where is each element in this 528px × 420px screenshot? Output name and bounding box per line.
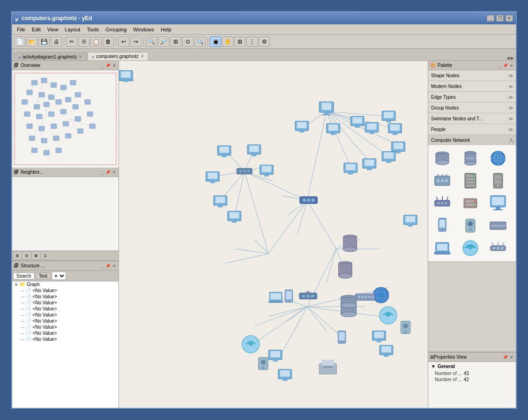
- undo-button[interactable]: ↩: [118, 37, 129, 47]
- palette-pin-button[interactable]: 📌: [502, 63, 508, 68]
- svg-rect-216: [408, 225, 413, 227]
- copy-button[interactable]: ⎘: [78, 37, 89, 47]
- structure-dropdown[interactable]: ▾: [52, 272, 66, 280]
- zoom-in-button[interactable]: 🔍: [146, 37, 157, 47]
- structure-minimize-button[interactable]: _: [101, 264, 104, 268]
- tab-close-2[interactable]: ✕: [141, 54, 144, 59]
- grid-button[interactable]: ⊞: [234, 37, 245, 47]
- tree-item-7[interactable]: ─ 📄 <No Value>: [12, 324, 119, 330]
- neighbor-pin-button[interactable]: 📌: [105, 170, 111, 175]
- palette-section-modern-nodes-header[interactable]: Modern Nodes ≫: [428, 81, 516, 91]
- palette-minimize-button[interactable]: _: [498, 63, 501, 68]
- menu-help[interactable]: Help: [158, 26, 174, 33]
- svg-point-278: [469, 228, 472, 231]
- palette-section-computer-network-header[interactable]: Computer Network ⋀: [428, 135, 516, 145]
- palette-item-tower-server[interactable]: [487, 170, 509, 191]
- overview-canvas: [12, 70, 119, 168]
- select-tool-button[interactable]: ▣: [210, 37, 221, 47]
- structure-close-button[interactable]: ✕: [112, 264, 117, 268]
- search-tab-text[interactable]: Text: [36, 273, 51, 280]
- overview-pin-button[interactable]: 📌: [105, 63, 111, 68]
- svg-point-230: [465, 156, 476, 160]
- neighbor-close-button[interactable]: ✕: [112, 170, 117, 175]
- svg-rect-269: [496, 207, 500, 209]
- palette-item-network-switch[interactable]: [431, 170, 454, 191]
- palette-item-rack-server[interactable]: [459, 170, 482, 191]
- save-button[interactable]: 💾: [38, 37, 50, 47]
- neighbor-ctrl-4[interactable]: ⊡: [41, 252, 50, 259]
- close-button[interactable]: ✕: [506, 15, 513, 22]
- palette-item-monitor-2[interactable]: [487, 193, 509, 214]
- neighbor-ctrl-3[interactable]: ⊠: [32, 252, 40, 259]
- palette-item-patch-panel[interactable]: [487, 215, 509, 236]
- menu-tools[interactable]: Tools: [84, 26, 102, 33]
- palette-item-phone[interactable]: [431, 215, 454, 236]
- palette-item-database-alt[interactable]: [459, 148, 482, 169]
- tree-item-1[interactable]: ─ 📄 <No Value>: [12, 287, 119, 294]
- palette-section-edge-types-header[interactable]: Edge Types ≫: [428, 92, 516, 102]
- search-toolbar-button[interactable]: 🔍: [194, 37, 206, 47]
- tree-doc-icon-7: 📄: [25, 324, 31, 330]
- overview-close-button[interactable]: ✕: [112, 63, 117, 68]
- palette-item-speaker[interactable]: [459, 215, 482, 236]
- print-button[interactable]: 🖨: [51, 37, 62, 47]
- menu-file[interactable]: File: [14, 26, 28, 33]
- palette-item-laptop[interactable]: [431, 238, 454, 258]
- new-button[interactable]: 📄: [14, 37, 25, 47]
- menu-windows[interactable]: Windows: [130, 26, 157, 33]
- svg-point-150: [239, 170, 241, 172]
- properties-close-button[interactable]: ✕: [509, 355, 514, 360]
- menu-edit[interactable]: Edit: [29, 26, 44, 33]
- cut-button[interactable]: ✂: [66, 37, 77, 47]
- redo-button[interactable]: ↪: [130, 37, 141, 47]
- palette-item-router[interactable]: [431, 193, 454, 214]
- pan-tool-button[interactable]: ✋: [222, 37, 233, 47]
- palette-section-shape-nodes-header[interactable]: Shape Nodes ≫: [428, 70, 516, 81]
- menu-view[interactable]: View: [45, 26, 61, 33]
- tree-item-6[interactable]: ─ 📄 <No Value>: [12, 318, 119, 324]
- search-tab-search[interactable]: Search: [13, 273, 35, 280]
- tab-close-1[interactable]: ✕: [79, 54, 82, 59]
- tab-prev-button[interactable]: ◀: [506, 56, 510, 60]
- neighbor-ctrl-2[interactable]: ⊟: [22, 252, 31, 259]
- tree-doc-icon-6: 📄: [25, 318, 31, 324]
- neighbor-ctrl-1[interactable]: ⊞: [13, 252, 22, 259]
- delete-button[interactable]: 🗑: [103, 37, 114, 47]
- zoom-fit-button[interactable]: ⊞: [170, 37, 181, 47]
- tab-next-button[interactable]: ▶: [511, 56, 514, 60]
- menu-grouping[interactable]: Grouping: [103, 26, 129, 33]
- palette-section-people-header[interactable]: People ≫: [428, 124, 516, 134]
- restore-button[interactable]: ❐: [496, 15, 504, 22]
- center-canvas[interactable]: [119, 61, 428, 408]
- tree-item-3[interactable]: ─ 📄 <No Value>: [12, 300, 119, 306]
- properties-pin-button[interactable]: 📌: [502, 355, 508, 360]
- tab-computers[interactable]: 𝓎 computers.graphmlz ✕: [88, 52, 149, 60]
- palette-section-swimlane-header[interactable]: Swimlane Nodes and T... ≫: [428, 113, 516, 124]
- svg-rect-120: [394, 143, 403, 149]
- structure-pin-button[interactable]: 📌: [105, 264, 111, 268]
- tree-item-9[interactable]: ─ 📄 <No Value>: [12, 336, 119, 342]
- tab-activitydiagram[interactable]: 𝓎 activitydiagram1.graphmlz ✕: [14, 52, 87, 60]
- snap-button[interactable]: ⋮: [246, 37, 258, 47]
- palette-item-wifi[interactable]: [459, 238, 482, 258]
- palette-section-group-nodes-header[interactable]: Group Nodes ≫: [428, 103, 516, 113]
- tree-item-5[interactable]: ─ 📄 <No Value>: [12, 312, 119, 318]
- menu-layout[interactable]: Layout: [62, 26, 83, 33]
- palette-item-hub[interactable]: [487, 238, 509, 258]
- tree-root[interactable]: ▼ 📁 Graph: [12, 281, 119, 287]
- palette-item-database[interactable]: [431, 148, 454, 169]
- palette-item-firewall[interactable]: [459, 193, 482, 214]
- zoom-out-button[interactable]: 🔎: [158, 37, 169, 47]
- palette-item-globe[interactable]: [487, 148, 509, 169]
- overview-minimize-button[interactable]: _: [101, 63, 104, 68]
- tree-item-2[interactable]: ─ 📄 <No Value>: [12, 294, 119, 300]
- tree-item-4[interactable]: ─ 📄 <No Value>: [12, 306, 119, 312]
- open-button[interactable]: 📂: [26, 37, 37, 47]
- tree-item-8[interactable]: ─ 📄 <No Value>: [12, 330, 119, 336]
- neighbor-minimize-button[interactable]: _: [101, 170, 104, 175]
- paste-button[interactable]: 📋: [90, 37, 102, 47]
- minimize-button[interactable]: _: [487, 15, 494, 22]
- properties-button[interactable]: ⚙: [259, 37, 270, 47]
- zoom-reset-button[interactable]: ⊙: [182, 37, 193, 47]
- palette-close-button[interactable]: ✕: [509, 63, 514, 68]
